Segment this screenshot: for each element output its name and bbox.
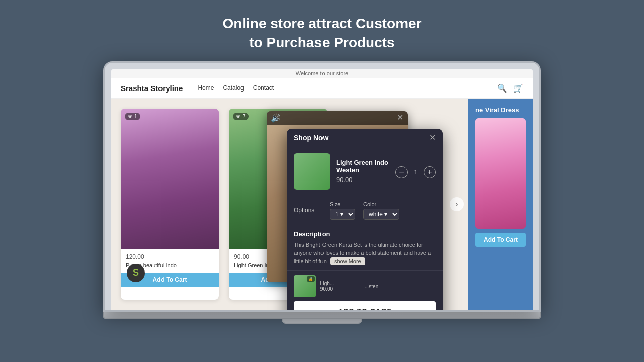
- modal-product-thumbnail: [294, 153, 330, 190]
- shop-modal-title: Shop Now: [294, 134, 328, 142]
- right-panel-content: ne Viral Dress Add To Cart: [468, 99, 533, 255]
- shopify-icon: S: [127, 264, 145, 282]
- strip-info-1: Ligh... 90.00: [320, 281, 365, 292]
- laptop-frame: Welcome to our store Srashta Storyline H…: [103, 61, 541, 312]
- strip-name-1: Ligh...: [320, 281, 365, 286]
- quantity-decrease-button[interactable]: −: [395, 166, 408, 178]
- modal-product-info: Light Green Indo Westen 90.00: [336, 159, 389, 184]
- modal-product-price: 90.00: [336, 176, 389, 184]
- nav-catalog[interactable]: Catalog: [223, 84, 244, 92]
- browser-screen: Welcome to our store Srashta Storyline H…: [111, 69, 533, 310]
- quantity-value: 1: [412, 168, 420, 176]
- shop-modal: Shop Now ✕ Light Green Indo Westen 90.00…: [287, 129, 443, 310]
- description-text: This Bright Green Kurta Set is the ultim…: [294, 241, 436, 266]
- quantity-control: − 1 +: [395, 166, 436, 178]
- viral-dress-image: [475, 118, 526, 229]
- description-section: Description This Bright Green Kurta Set …: [287, 225, 443, 271]
- eye-icon-green: 👁: [236, 114, 241, 119]
- strip-info-2: ...sten: [365, 284, 436, 289]
- shop-modal-header: Shop Now ✕: [287, 129, 443, 147]
- description-title: Description: [294, 230, 436, 238]
- quantity-increase-button[interactable]: +: [424, 166, 436, 178]
- show-more-button[interactable]: show More: [330, 257, 365, 265]
- size-label: Size: [330, 201, 340, 207]
- nav-home[interactable]: Home: [198, 84, 214, 92]
- size-select[interactable]: 1 ▾: [330, 209, 355, 220]
- cart-icon[interactable]: 🛒: [513, 83, 523, 93]
- hero-section: Online store attract Customer to Purchas…: [222, 14, 421, 52]
- video-popup-header: 🔊 ✕: [267, 111, 408, 125]
- modal-product-name: Light Green Indo Westen: [336, 159, 389, 174]
- product-price-purple: 120.00: [126, 253, 214, 260]
- add-to-cart-modal-button[interactable]: ADD TO CART: [294, 301, 436, 310]
- modal-product-row: Light Green Indo Westen 90.00 − 1 +: [287, 147, 443, 196]
- strip-price-1: 90.00: [320, 286, 365, 292]
- product-image-purple: 👁 1: [121, 109, 219, 249]
- nav-links: Home Catalog Contact: [198, 84, 274, 92]
- eye-icon: 👁: [128, 114, 133, 119]
- add-to-cart-button-pink[interactable]: Add To Cart: [475, 233, 526, 247]
- strip-name-2: ...sten: [365, 284, 436, 289]
- nav-contact[interactable]: Contact: [253, 84, 274, 92]
- color-option-group: Color white ▾: [363, 201, 399, 220]
- volume-icon[interactable]: 🔊: [271, 113, 281, 123]
- view-badge-green: 👁 7: [233, 113, 249, 120]
- color-select[interactable]: white ▾: [363, 209, 399, 220]
- color-label: Color: [363, 201, 376, 207]
- store-logo: Srashta Storyline: [121, 84, 183, 93]
- nav-icons: 🔍 🛒: [497, 83, 523, 93]
- laptop-stand: [282, 319, 362, 324]
- welcome-bar: Welcome to our store: [111, 69, 533, 78]
- hero-line2: to Purchase Products: [249, 35, 394, 50]
- video-popup-close[interactable]: ✕: [397, 114, 404, 122]
- strip-badge: 🔒: [307, 276, 315, 282]
- product-grid: 👁 1 120.00 Purple beautiful Indo- Add To…: [111, 99, 533, 310]
- search-icon[interactable]: 🔍: [497, 83, 507, 93]
- product-strip: 🔒 Ligh... 90.00 ...sten: [287, 270, 443, 301]
- strip-item-1: 🔒 Ligh... 90.00: [294, 275, 365, 297]
- modal-options-row: Options Size 1 ▾ Color white ▾: [287, 196, 443, 225]
- strip-item-2: ...sten: [365, 275, 436, 297]
- hero-line1: Online store attract Customer: [222, 16, 421, 31]
- laptop-base: [103, 312, 541, 319]
- view-badge-purple: 👁 1: [125, 113, 140, 120]
- strip-thumbnail-1: 🔒: [294, 275, 316, 297]
- options-label: Options: [294, 207, 321, 214]
- next-arrow[interactable]: ›: [450, 197, 464, 211]
- viral-dress-title: ne Viral Dress: [475, 106, 526, 115]
- shop-modal-close-button[interactable]: ✕: [429, 134, 436, 142]
- store-navbar: Srashta Storyline Home Catalog Contact 🔍…: [111, 78, 533, 99]
- size-option-group: Size 1 ▾: [330, 201, 355, 220]
- right-panel: ne Viral Dress Add To Cart: [468, 99, 533, 310]
